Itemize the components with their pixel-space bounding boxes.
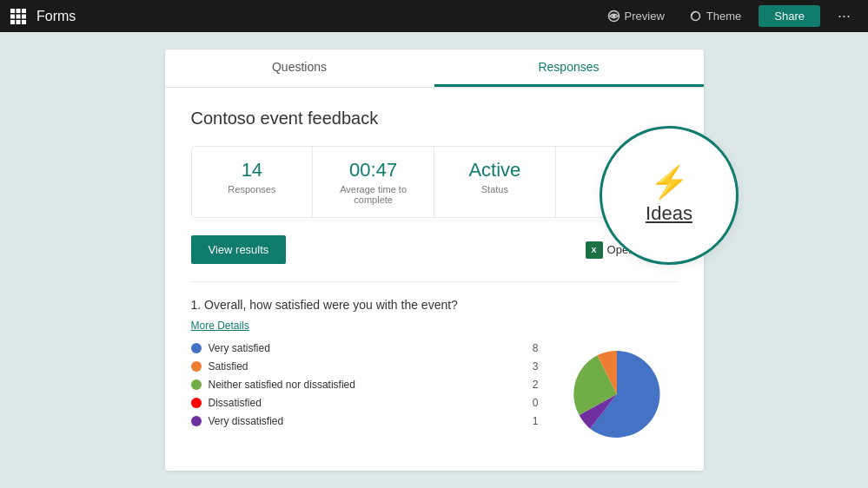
legend-item-2: Neither satisfied nor dissatisfied 2 <box>191 379 539 391</box>
legend-dot-0 <box>191 343 202 353</box>
svg-rect-0 <box>10 9 15 13</box>
ideas-bolt-icon: ⚡ <box>650 167 689 198</box>
actions-row: View results X Open in Excel <box>191 235 678 264</box>
legend-label-3: Dissatisfied <box>209 397 526 409</box>
svg-rect-8 <box>22 20 26 24</box>
stat-avg-time: 00:47 Average time to complete <box>313 147 434 217</box>
app-title: Forms <box>36 9 76 24</box>
question-content: Very satisfied 8 Satisfied 3 Neither sat… <box>191 342 678 446</box>
excel-icon: X <box>586 241 603 259</box>
stat-avg-time-label: Average time to complete <box>321 184 425 205</box>
svg-rect-4 <box>17 14 21 18</box>
preview-button[interactable]: Preview <box>600 6 672 26</box>
stat-status-label: Status <box>443 184 547 195</box>
legend-item-0: Very satisfied 8 <box>191 342 539 354</box>
form-title: Contoso event feedback <box>191 109 678 129</box>
stat-responses-label: Responses <box>201 184 304 195</box>
legend-count-0: 8 <box>533 342 539 354</box>
legend-count-1: 3 <box>533 360 539 373</box>
theme-button[interactable]: Theme <box>682 6 748 26</box>
legend-count-3: 0 <box>533 397 539 409</box>
legend-label-0: Very satisfied <box>209 342 526 354</box>
share-label: Share <box>774 10 805 23</box>
svg-rect-6 <box>10 20 15 24</box>
legend-dot-1 <box>191 361 202 372</box>
tab-questions[interactable]: Questions <box>165 49 434 87</box>
ideas-overlay-label: Ideas <box>646 202 692 225</box>
more-button[interactable]: ··· <box>831 3 858 29</box>
stat-responses-value: 14 <box>201 159 304 181</box>
svg-rect-2 <box>22 9 26 13</box>
stat-responses: 14 Responses <box>192 147 314 217</box>
legend-label-1: Satisfied <box>209 360 526 373</box>
tab-responses[interactable]: Responses <box>434 49 704 87</box>
more-details-link[interactable]: More Details <box>191 320 249 332</box>
topbar: Forms Preview Theme Share ··· <box>0 0 868 32</box>
main-area: Questions Responses Contoso event feedba… <box>0 32 868 488</box>
svg-point-10 <box>612 15 615 18</box>
stat-status-value: Active <box>443 159 547 181</box>
question-text: 1. Overall, how satisfied were you with … <box>191 298 678 312</box>
theme-label: Theme <box>706 10 741 23</box>
svg-rect-5 <box>22 14 26 18</box>
ideas-overlay[interactable]: ⚡ Ideas <box>600 126 739 265</box>
legend-item-3: Dissatisfied 0 <box>191 397 539 409</box>
waffle-menu[interactable] <box>10 9 26 24</box>
legend-dot-4 <box>191 416 202 426</box>
legend-count-2: 2 <box>533 379 539 391</box>
svg-rect-3 <box>10 14 15 18</box>
svg-rect-1 <box>17 9 21 13</box>
tabs: Questions Responses <box>165 49 704 88</box>
chart-legend: Very satisfied 8 Satisfied 3 Neither sat… <box>191 342 539 433</box>
pie-chart <box>556 342 678 446</box>
legend-label-2: Neither satisfied nor dissatisfied <box>209 379 526 391</box>
stat-status: Active Status <box>434 147 556 217</box>
preview-label: Preview <box>625 10 665 23</box>
form-card: Questions Responses Contoso event feedba… <box>165 49 704 471</box>
legend-dot-3 <box>191 398 202 408</box>
stat-avg-time-value: 00:47 <box>321 159 425 181</box>
legend-label-4: Very dissatisfied <box>209 415 526 427</box>
svg-rect-7 <box>17 20 21 24</box>
legend-dot-2 <box>191 379 202 390</box>
legend-item-1: Satisfied 3 <box>191 360 539 373</box>
legend-count-4: 1 <box>533 415 539 427</box>
question-section: 1. Overall, how satisfied were you with … <box>191 281 678 446</box>
share-button[interactable]: Share <box>759 5 820 27</box>
view-results-button[interactable]: View results <box>191 235 287 264</box>
legend-item-4: Very dissatisfied 1 <box>191 415 539 427</box>
